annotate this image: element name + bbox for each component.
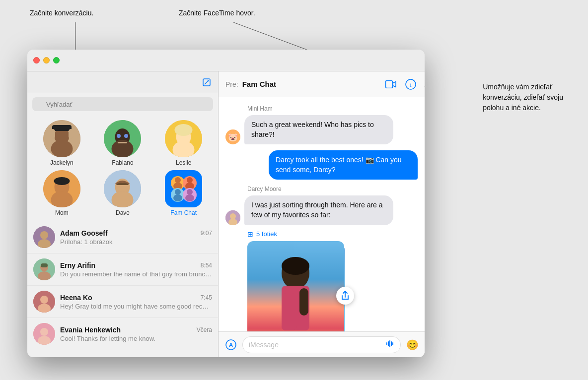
conv-name-erny: Erny Arifin: [60, 261, 95, 269]
pinned-label-dave: Dave: [116, 209, 130, 216]
sidebar-top-bar: [27, 71, 218, 93]
pinned-contact-fabiano[interactable]: Fabiano: [94, 120, 151, 166]
close-button[interactable]: [33, 57, 40, 63]
svg-rect-76: [389, 340, 390, 347]
chat-header-name: Fam Chat: [242, 80, 380, 88]
conv-time-evania: Včera: [197, 326, 212, 333]
conv-preview-erny: Do you remember the name of that guy fro…: [60, 270, 212, 278]
search-bar: 🔍: [27, 93, 218, 115]
app-window: 🔍: [27, 50, 425, 357]
message-input-bar: A iMessage 😊: [219, 331, 425, 357]
conv-time-erny: 8:54: [201, 262, 212, 269]
svg-rect-13: [50, 129, 55, 139]
svg-point-52: [40, 296, 48, 304]
msg-bubble-darcy: I was just sorting through them. Here ar…: [244, 195, 393, 225]
pinned-contact-dave[interactable]: Dave: [94, 170, 151, 216]
callout-share: Umožňuje vám zdieľaťkonverzáciu, zdieľať…: [483, 82, 563, 113]
conv-preview-evania: Cool! Thanks for letting me know.: [60, 335, 212, 342]
message-input-field[interactable]: iMessage: [242, 336, 401, 353]
conv-preview-adam: Príloha: 1 obrázok: [60, 238, 212, 246]
search-input[interactable]: [32, 97, 213, 111]
audio-icon: [385, 339, 394, 350]
chat-panel: Pre: Fam Chat i: [219, 71, 425, 357]
conv-name-evania: Evania Henkewich: [60, 326, 121, 334]
avatar-dave: [104, 170, 141, 207]
svg-rect-74: [386, 342, 387, 345]
avatar-leslie: [165, 120, 202, 157]
minimize-button[interactable]: [43, 57, 50, 63]
svg-rect-66: [282, 293, 296, 330]
msg-row-miniham: 🐷 Such a great weekend! Who has pics to …: [225, 115, 418, 144]
photo-grid-icon: ⊞: [247, 230, 253, 238]
pinned-label-famchat: Fam Chat: [170, 209, 197, 216]
conv-name-row-adam: Adam Gooseff 9:07: [60, 229, 212, 237]
conv-time-heena: 7:45: [201, 294, 212, 301]
pinned-label-jackelyn: Jackelyn: [50, 159, 74, 166]
photos-stack: [247, 241, 344, 331]
svg-point-61: [230, 213, 236, 219]
conv-info-adam: Adam Gooseff 9:07 Príloha: 1 obrázok: [60, 229, 212, 246]
pinned-contact-famchat[interactable]: Fam Chat: [155, 170, 212, 216]
pinned-contact-jackelyn[interactable]: Jackelyn: [33, 120, 90, 166]
conv-preview-heena: Hey! Gray told me you might have some go…: [60, 303, 212, 310]
msg-avatar-miniham: 🐷: [225, 129, 240, 144]
callout-start-conversation: Začnite konverzáciu.: [30, 9, 93, 17]
svg-rect-77: [391, 341, 392, 346]
svg-rect-78: [392, 342, 393, 345]
msg-group-outgoing: Darcy took all the best ones! 📷 Can you …: [225, 150, 418, 180]
avatar-evania: [33, 323, 55, 345]
pinned-contacts: Jackelyn Fabiano: [27, 115, 218, 221]
conv-name-row-heena: Heena Ko 7:45: [60, 294, 212, 302]
msg-bubble-miniham: Such a great weekend! Who has pics to sh…: [244, 115, 393, 144]
chat-header: Pre: Fam Chat i: [219, 71, 425, 97]
conversation-item-adam[interactable]: Adam Gooseff 9:07 Príloha: 1 obrázok: [27, 221, 218, 253]
search-wrap: 🔍: [32, 97, 213, 111]
message-placeholder: iMessage: [249, 341, 279, 349]
avatar-adam: [33, 226, 55, 248]
svg-line-7: [205, 80, 209, 84]
share-photo-button[interactable]: [336, 287, 354, 305]
svg-point-45: [40, 231, 48, 239]
pinned-contact-leslie[interactable]: Leslie: [155, 120, 212, 166]
facetime-button[interactable]: [384, 77, 398, 91]
conv-name-heena: Heena Ko: [60, 294, 92, 302]
svg-point-18: [117, 134, 121, 138]
svg-point-42: [187, 189, 193, 195]
main-content: 🔍: [27, 71, 425, 357]
app-store-button[interactable]: A: [223, 337, 238, 352]
conversation-item-heena[interactable]: Heena Ko 7:45 Hey! Gray told me you migh…: [27, 286, 218, 318]
photo-main[interactable]: [247, 241, 344, 331]
msg-row-darcy: I was just sorting through them. Here ar…: [225, 195, 418, 225]
sidebar: 🔍: [27, 71, 219, 357]
photo-count-label: 5 fotiek: [256, 230, 277, 238]
msg-group-darcy: Darcy Moore I was just sorting through t…: [225, 186, 418, 331]
photo-attachment-area: ⊞ 5 fotiek: [225, 230, 418, 331]
msg-bubble-outgoing: Darcy took all the best ones! 📷 Can you …: [269, 150, 418, 180]
svg-point-55: [40, 328, 48, 336]
emoji-button[interactable]: 😊: [405, 337, 420, 352]
pinned-contact-mom[interactable]: Mom: [33, 170, 90, 216]
avatar-famchat: [165, 170, 202, 207]
svg-rect-57: [386, 80, 393, 88]
msg-group-miniham: Mini Ham 🐷 Such a great weekend! Who has…: [225, 105, 418, 144]
conv-name-adam: Adam Gooseff: [60, 229, 108, 237]
svg-rect-12: [52, 125, 72, 131]
compose-button[interactable]: [201, 77, 212, 88]
conversation-item-erny[interactable]: Erny Arifin 8:54 Do you remember the nam…: [27, 253, 218, 286]
msg-row-outgoing: Darcy took all the best ones! 📷 Can you …: [225, 150, 418, 180]
conv-name-row-erny: Erny Arifin 8:54: [60, 261, 212, 269]
svg-point-19: [124, 134, 128, 138]
avatar-mom: [43, 170, 80, 207]
maximize-button[interactable]: [53, 57, 60, 63]
pinned-label-fabiano: Fabiano: [112, 159, 133, 166]
avatar-jackelyn: [43, 120, 80, 157]
svg-rect-75: [388, 341, 389, 346]
callout-facetime: Začnite FaceTime hovor.: [179, 9, 255, 17]
conv-info-erny: Erny Arifin 8:54 Do you remember the nam…: [60, 261, 212, 278]
svg-point-28: [54, 177, 70, 185]
pinned-label-mom: Mom: [55, 209, 69, 216]
info-button[interactable]: i: [404, 77, 418, 91]
conversation-item-evania[interactable]: Evania Henkewich Včera Cool! Thanks for …: [27, 318, 218, 350]
svg-point-39: [175, 189, 181, 195]
chat-header-actions: i: [384, 77, 418, 91]
